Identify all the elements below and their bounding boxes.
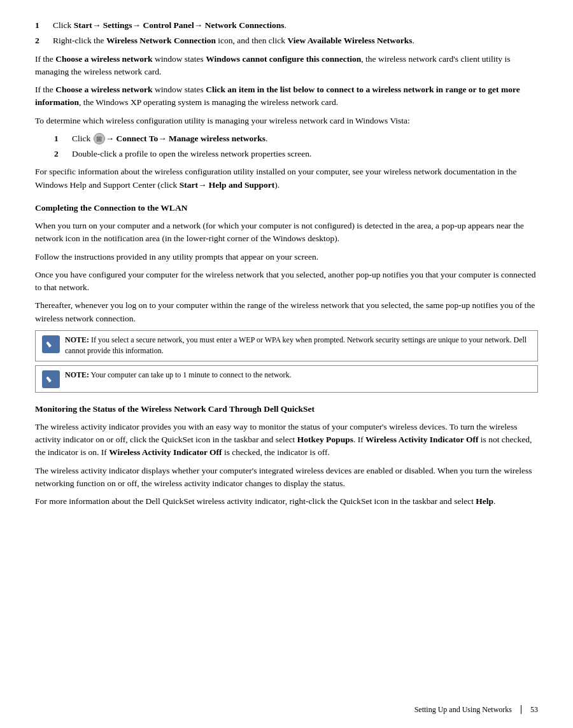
step1-arrow3: → xyxy=(194,20,205,30)
start-button-icon xyxy=(94,133,105,144)
help-link: Help xyxy=(476,496,493,506)
section1-heading: Completing the Connection to the WLAN xyxy=(35,202,538,214)
step-number-1: 1 xyxy=(35,19,53,32)
hotkey-popups: Hotkey Popups xyxy=(297,435,353,444)
page-footer: Setting Up and Using Networks 53 xyxy=(414,704,538,715)
footer-section-label: Setting Up and Using Networks xyxy=(414,704,512,715)
choose-wireless-1: Choose a wireless network xyxy=(55,54,152,64)
arrow-help: → xyxy=(198,180,209,190)
note-text-1: NOTE: If you select a secure network, yo… xyxy=(65,335,531,357)
step1-settings: Settings xyxy=(103,20,132,30)
sub-step-number-1: 1 xyxy=(54,132,72,145)
section2-para1: The wireless activity indicator provides… xyxy=(35,421,538,459)
wireless-off-2: Wireless Activity Indicator Off xyxy=(109,447,222,457)
step-number-2: 2 xyxy=(35,34,53,47)
choose-wireless-2: Choose a wireless network xyxy=(55,85,152,94)
svg-rect-0 xyxy=(46,341,52,347)
para-choose-network-2: If the Choose a wireless network window … xyxy=(35,83,538,109)
svg-rect-2 xyxy=(46,376,52,382)
sub-arrow2: → xyxy=(158,134,169,143)
sub-step-list: 1 Click → Connect To→ Manage wireless ne… xyxy=(54,132,538,161)
note-icon-2 xyxy=(42,370,60,388)
pencil-icon-2 xyxy=(46,375,55,384)
manage-wireless: Manage wireless networks xyxy=(169,134,265,143)
section2-para2: The wireless activity indicator displays… xyxy=(35,465,538,491)
note-label-2: NOTE: xyxy=(65,370,89,379)
para-specific-info: For specific information about the wirel… xyxy=(35,165,538,192)
note-box-1: NOTE: If you select a secure network, yo… xyxy=(35,330,538,361)
section1-para1: When you turn on your computer and a net… xyxy=(35,220,538,246)
help-support: Help and Support xyxy=(209,180,275,190)
step-text-2: Right-click the Wireless Network Connect… xyxy=(53,34,538,47)
footer-divider xyxy=(521,705,521,714)
step1-arrow1: → xyxy=(92,20,103,30)
step2-wlan: Wireless Network Connection xyxy=(106,36,216,45)
section1-para4: Thereafter, whenever you log on to your … xyxy=(35,299,538,325)
section1-para2: Follow the instructions provided in any … xyxy=(35,251,538,263)
step1-network: Network Connections xyxy=(205,20,285,30)
step1-controlpanel: Control Panel xyxy=(143,20,194,30)
start-help: Start xyxy=(180,180,198,190)
page-content: 1 Click Start→ Settings→ Control Panel→ … xyxy=(35,19,538,508)
sub-step-text-2: Double-click a profile to open the wirel… xyxy=(72,148,538,160)
top-step-list: 1 Click Start→ Settings→ Control Panel→ … xyxy=(35,19,538,48)
step1-start: Start xyxy=(74,20,92,30)
step2-view: View Available Wireless Networks xyxy=(287,36,412,45)
section1-para3: Once you have configured your computer f… xyxy=(35,269,538,295)
sub-step-number-2: 2 xyxy=(54,148,72,160)
sub-step-1: 1 Click → Connect To→ Manage wireless ne… xyxy=(54,132,538,145)
step-item-1: 1 Click Start→ Settings→ Control Panel→ … xyxy=(35,19,538,32)
note-text-2: NOTE: Your computer can take up to 1 min… xyxy=(65,370,292,381)
sub-steps: 1 Click → Connect To→ Manage wireless ne… xyxy=(54,132,538,161)
footer-page-number: 53 xyxy=(530,704,538,715)
section2-heading: Monitoring the Status of the Wireless Ne… xyxy=(35,403,538,416)
note-label-1: NOTE: xyxy=(65,335,89,344)
sub-step-2: 2 Double-click a profile to open the wir… xyxy=(54,148,538,160)
note-icon-1 xyxy=(42,335,60,353)
para-vista-intro: To determine which wireless configuratio… xyxy=(35,115,538,127)
note-box-2: NOTE: Your computer can take up to 1 min… xyxy=(35,365,538,393)
sub-arrow1: → Connect To xyxy=(106,134,159,143)
step-text-1: Click Start→ Settings→ Control Panel→ Ne… xyxy=(53,19,538,32)
sub-step-text-1: Click → Connect To→ Manage wireless netw… xyxy=(72,132,538,145)
pencil-icon-1 xyxy=(46,340,55,349)
section2-para3: For more information about the Dell Quic… xyxy=(35,495,538,508)
para-choose-network-1: If the Choose a wireless network window … xyxy=(35,53,538,79)
step-item-2: 2 Right-click the Wireless Network Conne… xyxy=(35,34,538,47)
step1-arrow2: → xyxy=(132,20,143,30)
windows-cannot: Windows cannot configure this connection xyxy=(206,54,361,64)
wireless-off-1: Wireless Activity Indicator Off xyxy=(365,435,478,444)
